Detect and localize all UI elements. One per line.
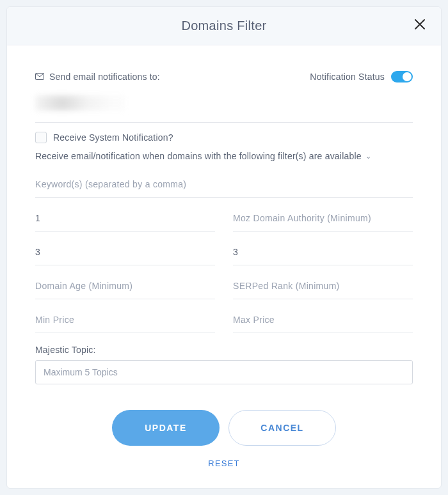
field-c-input[interactable] bbox=[233, 240, 413, 265]
keywords-input[interactable] bbox=[35, 173, 413, 198]
max-price-input[interactable] bbox=[233, 308, 413, 333]
system-notification-checkbox[interactable] bbox=[35, 132, 47, 143]
email-notification-label: Send email notifications to: bbox=[35, 72, 160, 82]
email-value-redacted bbox=[35, 95, 125, 111]
serped-rank-input[interactable] bbox=[233, 274, 413, 299]
reset-link[interactable]: RESET bbox=[35, 459, 413, 468]
cancel-button[interactable]: CANCEL bbox=[228, 410, 336, 446]
chevron-down-icon: ⌄ bbox=[365, 152, 371, 161]
majestic-topic-label: Majestic Topic: bbox=[35, 345, 413, 355]
field-a-input[interactable] bbox=[35, 207, 215, 232]
close-icon bbox=[414, 19, 426, 30]
system-notification-row: Receive System Notification? bbox=[35, 132, 413, 151]
moz-da-input[interactable] bbox=[233, 207, 413, 232]
filter-description-text: Receive email/notification when domains … bbox=[35, 151, 362, 161]
modal-body: Send email notifications to: Notificatio… bbox=[7, 45, 441, 468]
modal-title: Domains Filter bbox=[181, 19, 266, 33]
notification-toggle[interactable] bbox=[391, 71, 413, 82]
update-button[interactable]: UPDATE bbox=[112, 410, 220, 446]
modal-header: Domains Filter bbox=[7, 7, 441, 45]
min-price-input[interactable] bbox=[35, 308, 215, 333]
notification-status: Notification Status bbox=[310, 71, 413, 82]
field-b-input[interactable] bbox=[35, 240, 215, 265]
notification-status-label: Notification Status bbox=[310, 72, 385, 82]
system-notification-label: Receive System Notification? bbox=[53, 132, 173, 143]
button-row: UPDATE CANCEL bbox=[35, 410, 413, 446]
domain-age-input[interactable] bbox=[35, 274, 215, 299]
filter-description-row[interactable]: Receive email/notification when domains … bbox=[35, 151, 413, 173]
notification-row: Send email notifications to: Notificatio… bbox=[35, 71, 413, 82]
close-button[interactable] bbox=[414, 19, 426, 33]
domains-filter-modal: Domains Filter Send email notifications … bbox=[6, 6, 442, 489]
email-label-text: Send email notifications to: bbox=[49, 72, 160, 82]
divider bbox=[35, 122, 413, 123]
majestic-topic-input[interactable] bbox=[35, 360, 413, 384]
envelope-icon bbox=[35, 73, 44, 81]
